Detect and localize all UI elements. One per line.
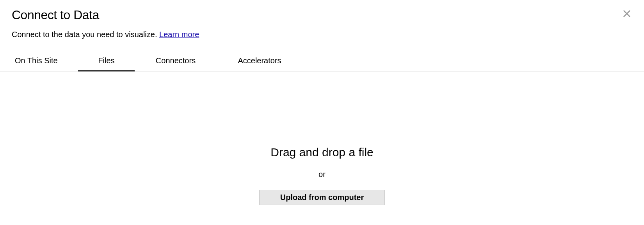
tab-files[interactable]: Files — [78, 53, 135, 71]
drag-drop-text: Drag and drop a file — [270, 146, 374, 159]
tab-bar: On This Site Files Connectors Accelerato… — [0, 53, 644, 71]
tab-accelerators[interactable]: Accelerators — [217, 53, 302, 71]
close-button[interactable] — [621, 9, 632, 20]
subtitle-text: Connect to the data you need to visualiz… — [12, 30, 159, 39]
close-icon — [623, 9, 631, 19]
upload-from-computer-button[interactable]: Upload from computer — [260, 190, 384, 205]
or-text: or — [318, 170, 326, 179]
tab-connectors[interactable]: Connectors — [135, 53, 217, 71]
file-drop-area[interactable]: Drag and drop a file or Upload from comp… — [0, 71, 644, 205]
dialog-title: Connect to Data — [12, 8, 632, 22]
dialog-header: Connect to Data Connect to the data you … — [0, 0, 644, 39]
dialog-subtitle: Connect to the data you need to visualiz… — [12, 30, 632, 39]
tab-on-this-site[interactable]: On This Site — [12, 53, 78, 71]
learn-more-link[interactable]: Learn more — [159, 30, 199, 39]
